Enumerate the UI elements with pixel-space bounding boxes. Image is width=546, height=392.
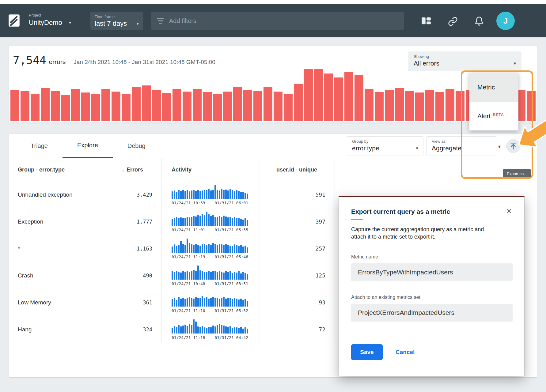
sparkline-bar xyxy=(195,271,197,280)
sparkline-bar xyxy=(245,273,246,280)
showing-menu: MetricAlertBETA xyxy=(469,73,518,130)
sparkline-bar xyxy=(214,185,216,199)
histogram-bar xyxy=(233,87,242,121)
sparkline-bar xyxy=(219,299,220,307)
sparkline-bar xyxy=(202,244,203,253)
save-button[interactable]: Save xyxy=(351,344,383,360)
export-metric-modal: Export current query as a metric ✕ Captu… xyxy=(339,196,525,376)
histogram-bar xyxy=(223,92,232,121)
histogram-bar xyxy=(314,69,323,121)
sparkline-bar xyxy=(180,273,182,280)
bell-icon[interactable] xyxy=(474,16,484,26)
cell-errors: 3,429 xyxy=(103,181,162,208)
sparkline-bar xyxy=(227,190,229,199)
group-by-select[interactable]: Group by error.type ▾ xyxy=(347,136,423,156)
dashboard-layout-icon[interactable] xyxy=(421,17,431,25)
column-header-users[interactable]: user.id - unique xyxy=(259,158,335,181)
sparkline-bar xyxy=(197,266,199,280)
sparkline-bar xyxy=(174,298,175,307)
error-histogram xyxy=(10,69,536,121)
histogram-bar xyxy=(122,94,131,121)
histogram-bar xyxy=(294,84,303,121)
sparkline-bar xyxy=(199,191,201,199)
cell-users: 93 xyxy=(259,289,335,316)
sparkline-bar xyxy=(227,217,229,226)
top-navigation-bar: Project UnityDemo ▾ Time frame last 7 da… xyxy=(0,4,546,37)
timeframe-select[interactable]: Time frame last 7 days ▾ xyxy=(90,12,143,30)
timeframe-value: last 7 days xyxy=(95,20,127,28)
link-icon[interactable] xyxy=(447,17,458,26)
metrics-set-input[interactable] xyxy=(351,304,513,322)
chevron-down-icon: ▾ xyxy=(416,145,418,151)
range-end: 01/31/21 05:55 xyxy=(214,228,248,232)
sparkline-bar xyxy=(223,326,225,334)
sparkline-bar xyxy=(238,328,240,334)
sparkline-bar xyxy=(193,190,195,199)
export-as-button[interactable] xyxy=(506,139,520,153)
cell-activity: 01/24/21 11:01-01/31/21 05:55 xyxy=(162,208,259,235)
range-start: 01/24/21 10:48 xyxy=(172,281,205,286)
histogram-bar xyxy=(274,92,282,121)
sparkline-bar xyxy=(212,271,214,280)
sparkline-bar xyxy=(238,246,240,253)
tab-debug[interactable]: Debug xyxy=(113,134,160,158)
menu-item-label: Alert xyxy=(477,112,491,120)
sparkline-bar xyxy=(221,298,222,307)
column-header-activity[interactable]: Activity xyxy=(162,158,259,181)
histogram-bar xyxy=(203,92,212,121)
sparkline-bar xyxy=(182,271,184,280)
sparkline-bar xyxy=(240,299,242,307)
table-header: Group - error.type ↓ Errors Activity use… xyxy=(9,158,537,181)
filters-input[interactable] xyxy=(169,17,398,24)
sparkline-bar xyxy=(223,245,225,253)
sparkline-bar xyxy=(234,244,235,253)
tab-explore[interactable]: Explore xyxy=(63,134,113,158)
metric-name-input[interactable] xyxy=(351,263,513,281)
tab-triage[interactable]: Triage xyxy=(16,134,63,158)
histogram-bar xyxy=(334,77,343,121)
cell-activity: 01/24/21 11:10-01/31/21 05:52 xyxy=(162,289,259,316)
cell-activity: 01/24/21 10:53-01/31/21 06:01 xyxy=(162,181,259,208)
histogram-bar xyxy=(162,93,171,121)
sparkline-bar xyxy=(180,191,182,199)
project-select[interactable]: Project UnityDemo ▾ xyxy=(29,13,71,27)
close-icon[interactable]: ✕ xyxy=(506,208,512,215)
sparkline-bar xyxy=(242,272,244,280)
view-as-caret-icon[interactable]: ▾ xyxy=(498,144,501,149)
avatar[interactable]: J xyxy=(496,12,515,30)
sparkline-bar xyxy=(223,297,225,307)
sparkline-bar xyxy=(221,189,222,199)
view-as-select[interactable]: View as Aggregate xyxy=(427,136,496,156)
histogram-bar xyxy=(415,92,424,121)
sparkline-bar xyxy=(178,245,180,253)
sparkline-bar xyxy=(217,190,218,199)
sparkline-bar xyxy=(197,215,199,226)
project-value: UnityDemo xyxy=(29,19,62,27)
cell-errors: 1,777 xyxy=(103,208,162,235)
sparkline-bar xyxy=(245,327,246,334)
showing-select[interactable]: Showing All errors ▾ xyxy=(408,51,521,71)
filters-search-field[interactable] xyxy=(151,12,404,30)
sparkline-bar xyxy=(232,246,233,253)
range-start: 01/24/21 11:19 xyxy=(172,254,205,259)
sparkline-bar xyxy=(236,273,237,280)
histogram-bar xyxy=(284,94,293,121)
cell-users: 125 xyxy=(259,262,335,289)
column-header-errors[interactable]: ↓ Errors xyxy=(103,158,162,181)
menu-item-metric[interactable]: Metric xyxy=(469,73,518,102)
sparkline-bar xyxy=(225,244,227,253)
menu-item-alert[interactable]: AlertBETA xyxy=(469,102,518,130)
column-header-group[interactable]: Group - error.type xyxy=(9,158,103,181)
activity-sparkline xyxy=(172,211,248,226)
histogram-bar xyxy=(193,89,202,121)
cell-users: 397 xyxy=(259,208,335,235)
sparkline-bar xyxy=(204,298,205,307)
sparkline-bar xyxy=(219,271,220,280)
sparkline-bar xyxy=(202,296,203,307)
sparkline-bar xyxy=(217,272,218,280)
sparkline-bar xyxy=(184,325,186,334)
sparkline-bar xyxy=(210,245,212,253)
date-range: Jan 24th 2021 10:48 - Jan 31st 2021 10:4… xyxy=(74,59,215,66)
cancel-button[interactable]: Cancel xyxy=(396,349,415,356)
sparkline-bar xyxy=(187,271,188,280)
